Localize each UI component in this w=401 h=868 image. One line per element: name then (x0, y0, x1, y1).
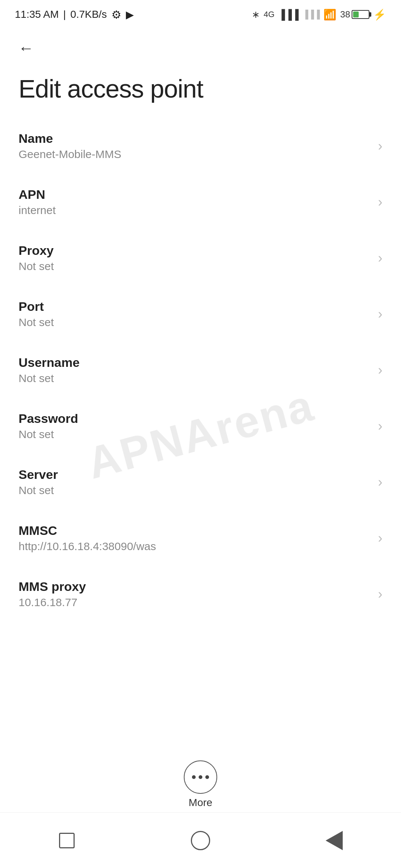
settings-label-apn: APN (19, 187, 371, 202)
status-time: 11:35 AM (15, 9, 59, 20)
settings-label-mmsc: MMSC (19, 523, 371, 538)
chevron-right-icon-mms-proxy: › (378, 586, 382, 602)
settings-item-mms-proxy[interactable]: MMS proxy 10.16.18.77 › (19, 566, 382, 622)
settings-label-port: Port (19, 299, 371, 314)
bluetooth-icon: ∗ (252, 9, 260, 20)
nav-circle-icon (191, 831, 210, 850)
more-button[interactable]: More (184, 760, 217, 809)
signal-bars2-icon: ▐▐▐ (303, 10, 320, 19)
chevron-right-icon-apn: › (378, 194, 382, 210)
more-circle-icon (184, 760, 217, 794)
signal-bars-icon: ▐▐▐ (278, 9, 299, 20)
settings-item-content-username: Username Not set (19, 355, 371, 385)
chevron-right-icon-password: › (378, 418, 382, 434)
chevron-right-icon-username: › (378, 362, 382, 378)
settings-item-content-mmsc: MMSC http://10.16.18.4:38090/was (19, 523, 371, 553)
chevron-right-icon-name: › (378, 138, 382, 154)
back-button[interactable]: ← (15, 37, 37, 59)
settings-value-server: Not set (19, 484, 371, 497)
status-speed: 0.7KB/s (71, 9, 107, 20)
settings-item-content-mms-proxy: MMS proxy 10.16.18.77 (19, 579, 371, 609)
nav-back-button[interactable] (316, 826, 353, 855)
nav-bar (0, 812, 401, 868)
settings-item-password[interactable]: Password Not set › (19, 398, 382, 454)
status-right-icons: ∗ 4G ▐▐▐ ▐▐▐ 📶 38 ⚡ (252, 9, 386, 21)
back-area: ← (0, 26, 401, 67)
battery-indicator: 38 (340, 9, 369, 20)
settings-label-mms-proxy: MMS proxy (19, 579, 371, 594)
more-dots (192, 775, 209, 779)
settings-item-server[interactable]: Server Not set › (19, 454, 382, 510)
settings-item-content-name: Name Geenet-Mobile-MMS (19, 131, 371, 161)
settings-value-name: Geenet-Mobile-MMS (19, 148, 371, 161)
settings-item-proxy[interactable]: Proxy Not set › (19, 230, 382, 286)
settings-value-password: Not set (19, 428, 371, 441)
battery-percent: 38 (340, 9, 350, 20)
charging-icon: ⚡ (373, 9, 386, 21)
settings-list: Name Geenet-Mobile-MMS › APN internet › … (0, 118, 401, 622)
settings-value-apn: internet (19, 204, 371, 217)
settings-item-port[interactable]: Port Not set › (19, 286, 382, 342)
settings-item-content-password: Password Not set (19, 411, 371, 441)
settings-item-apn[interactable]: APN internet › (19, 174, 382, 230)
settings-item-content-proxy: Proxy Not set (19, 243, 371, 273)
chevron-right-icon-server: › (378, 474, 382, 490)
nav-home-button[interactable] (182, 826, 219, 855)
settings-item-content-server: Server Not set (19, 467, 371, 497)
more-label: More (189, 797, 212, 809)
settings-item-content-port: Port Not set (19, 299, 371, 329)
status-time-speed: 11:35 AM | 0.7KB/s ⚙ ▶ (15, 8, 134, 21)
nav-square-icon (59, 833, 75, 848)
settings-item-content-apn: APN internet (19, 187, 371, 217)
nav-triangle-icon (326, 831, 343, 850)
battery-box (352, 10, 369, 19)
settings-value-proxy: Not set (19, 260, 371, 273)
settings-label-username: Username (19, 355, 371, 370)
chevron-right-icon-proxy: › (378, 250, 382, 266)
settings-label-proxy: Proxy (19, 243, 371, 258)
back-arrow-icon: ← (18, 40, 34, 56)
status-separator: | (63, 9, 66, 20)
battery-fill (353, 11, 359, 17)
wifi-icon: 📶 (323, 9, 336, 21)
camera-icon: ▶ (126, 9, 134, 21)
settings-label-name: Name (19, 131, 371, 146)
settings-icon: ⚙ (111, 8, 121, 21)
settings-item-mmsc[interactable]: MMSC http://10.16.18.4:38090/was › (19, 510, 382, 566)
settings-value-port: Not set (19, 316, 371, 329)
signal-4g-icon: 4G (264, 10, 274, 19)
chevron-right-icon-port: › (378, 306, 382, 322)
settings-value-username: Not set (19, 372, 371, 385)
settings-item-username[interactable]: Username Not set › (19, 342, 382, 398)
settings-label-password: Password (19, 411, 371, 426)
chevron-right-icon-mmsc: › (378, 530, 382, 546)
page-title: Edit access point (0, 67, 401, 118)
nav-recent-button[interactable] (48, 826, 85, 855)
settings-item-name[interactable]: Name Geenet-Mobile-MMS › (19, 118, 382, 174)
status-bar: 11:35 AM | 0.7KB/s ⚙ ▶ ∗ 4G ▐▐▐ ▐▐▐ 📶 38… (0, 0, 401, 26)
settings-label-server: Server (19, 467, 371, 482)
settings-value-mms-proxy: 10.16.18.77 (19, 596, 371, 609)
settings-value-mmsc: http://10.16.18.4:38090/was (19, 540, 371, 553)
